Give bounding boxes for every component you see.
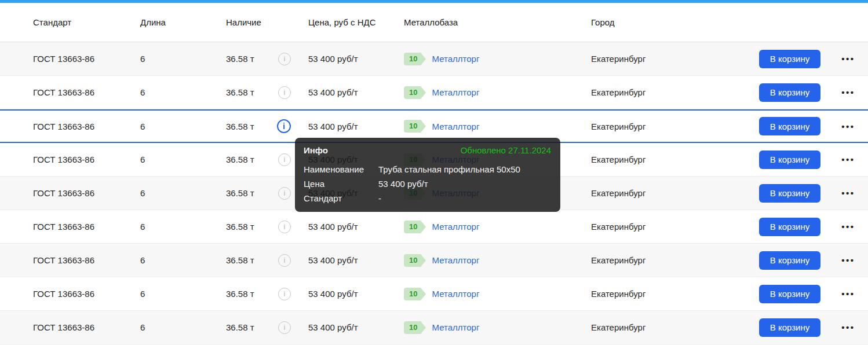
price-cell: 53 400 руб/т bbox=[308, 222, 404, 232]
standard-cell: ГОСТ 13663-86 bbox=[33, 322, 140, 332]
info-icon[interactable]: i bbox=[278, 254, 291, 267]
vendor-cell: 10 Металлторг bbox=[404, 254, 591, 267]
vendor-link[interactable]: Металлторг bbox=[432, 255, 479, 265]
add-to-cart-button[interactable]: В корзину bbox=[759, 218, 820, 236]
table-row: ГОСТ 13663-86 6 36.58 т i 53 400 руб/т 1… bbox=[0, 244, 868, 277]
add-to-cart-button[interactable]: В корзину bbox=[759, 151, 820, 169]
stock-cell: 36.58 т i bbox=[226, 53, 308, 65]
more-options-button[interactable]: ••• bbox=[840, 322, 855, 332]
vendor-link[interactable]: Металлторг bbox=[432, 322, 479, 332]
stock-cell: 36.58 т i bbox=[226, 119, 308, 133]
length-cell: 6 bbox=[140, 188, 226, 198]
add-to-cart-button[interactable]: В корзину bbox=[759, 184, 820, 203]
tooltip-header: Инфо Обновлено 27.11.2024 bbox=[304, 145, 551, 155]
city-cell: Екатеринбург bbox=[591, 255, 759, 265]
tooltip-field-value: - bbox=[378, 193, 551, 203]
stock-value: 36.58 т bbox=[226, 322, 254, 332]
add-to-cart-button[interactable]: В корзину bbox=[759, 318, 820, 337]
info-icon[interactable]: i bbox=[278, 221, 291, 233]
more-options-button[interactable]: ••• bbox=[840, 188, 855, 198]
vendor-link[interactable]: Металлторг bbox=[432, 222, 479, 232]
vendor-badge: 10 bbox=[404, 288, 421, 300]
more-options-button[interactable]: ••• bbox=[840, 122, 855, 131]
add-to-cart-button[interactable]: В корзину bbox=[759, 117, 820, 135]
table-row: ГОСТ 13663-86 6 36.58 т i 53 400 руб/т 1… bbox=[0, 277, 868, 311]
length-cell: 6 bbox=[140, 54, 226, 64]
vendor-cell: 10 Металлторг bbox=[404, 120, 591, 133]
city-cell: Екатеринбург bbox=[591, 322, 759, 332]
stock-value: 36.58 т bbox=[226, 289, 254, 299]
more-options-button[interactable]: ••• bbox=[840, 87, 855, 97]
vendor-badge: 10 bbox=[404, 321, 421, 334]
vendor-link[interactable]: Металлторг bbox=[432, 122, 479, 131]
city-cell: Екатеринбург bbox=[591, 87, 759, 97]
stock-cell: 36.58 т i bbox=[226, 321, 308, 334]
info-icon[interactable]: i bbox=[278, 86, 291, 99]
tooltip-title: Инфо bbox=[304, 145, 328, 155]
tooltip-field-value: Труба стальная профильная 50x50 bbox=[378, 164, 551, 174]
column-header-stock: Наличие bbox=[226, 17, 308, 27]
column-header-price: Цена, руб с НДС bbox=[308, 17, 404, 27]
city-cell: Екатеринбург bbox=[591, 222, 759, 232]
length-cell: 6 bbox=[140, 255, 226, 265]
add-to-cart-button[interactable]: В корзину bbox=[759, 50, 820, 68]
table-header-row: Стандарт Длина Наличие Цена, руб с НДС М… bbox=[0, 3, 868, 42]
vendor-link[interactable]: Металлторг bbox=[432, 87, 479, 97]
vendor-link[interactable]: Металлторг bbox=[432, 289, 479, 299]
price-cell: 53 400 руб/т bbox=[308, 289, 404, 299]
info-icon[interactable]: i bbox=[278, 53, 291, 65]
info-icon[interactable]: i bbox=[277, 119, 291, 133]
price-cell: 53 400 руб/т bbox=[308, 255, 404, 265]
tooltip-field-row: Цена 53 400 руб/т bbox=[304, 179, 551, 189]
column-header-city: Город bbox=[591, 17, 759, 27]
standard-cell: ГОСТ 13663-86 bbox=[33, 222, 140, 232]
stock-cell: 36.58 т i bbox=[226, 86, 308, 99]
tooltip-field-label: Стандарт bbox=[304, 193, 378, 203]
more-options-button[interactable]: ••• bbox=[840, 54, 855, 64]
stock-value: 36.58 т bbox=[226, 155, 254, 164]
info-icon[interactable]: i bbox=[278, 321, 291, 334]
standard-cell: ГОСТ 13663-86 bbox=[33, 87, 140, 97]
vendor-badge: 10 bbox=[404, 86, 421, 99]
standard-cell: ГОСТ 13663-86 bbox=[33, 188, 140, 198]
tooltip-updated-date: Обновлено 27.11.2024 bbox=[461, 145, 551, 155]
column-header-vendor: Металлобаза bbox=[404, 17, 591, 27]
add-to-cart-button[interactable]: В корзину bbox=[759, 285, 820, 303]
length-cell: 6 bbox=[140, 87, 226, 97]
more-options-button[interactable]: ••• bbox=[840, 222, 855, 232]
price-cell: 53 400 руб/т bbox=[308, 54, 404, 64]
length-cell: 6 bbox=[140, 155, 226, 164]
more-options-button[interactable]: ••• bbox=[840, 255, 855, 265]
info-icon[interactable]: i bbox=[278, 288, 291, 300]
stock-value: 36.58 т bbox=[226, 255, 254, 265]
price-cell: 53 400 руб/т bbox=[308, 87, 404, 97]
city-cell: Екатеринбург bbox=[591, 122, 759, 131]
more-options-button[interactable]: ••• bbox=[840, 155, 855, 164]
table-row: ГОСТ 13663-86 6 36.58 т i 53 400 руб/т 1… bbox=[0, 210, 868, 244]
add-to-cart-button[interactable]: В корзину bbox=[759, 83, 820, 102]
standard-cell: ГОСТ 13663-86 bbox=[33, 155, 140, 164]
stock-value: 36.58 т bbox=[226, 54, 254, 64]
tooltip-field-value: 53 400 руб/т bbox=[378, 179, 551, 189]
vendor-link[interactable]: Металлторг bbox=[432, 54, 479, 64]
standard-cell: ГОСТ 13663-86 bbox=[33, 122, 140, 131]
tooltip-field-row: Наименование Труба стальная профильная 5… bbox=[304, 164, 551, 174]
stock-cell: 36.58 т i bbox=[226, 254, 308, 267]
add-to-cart-button[interactable]: В корзину bbox=[759, 251, 820, 270]
column-header-length: Длина bbox=[140, 17, 226, 27]
info-icon[interactable]: i bbox=[278, 187, 291, 200]
length-cell: 6 bbox=[140, 222, 226, 232]
table-row: ГОСТ 13663-86 6 36.58 т i 53 400 руб/т 1… bbox=[0, 42, 868, 76]
vendor-cell: 10 Металлторг bbox=[404, 221, 591, 233]
table-row: ГОСТ 13663-86 6 36.58 т i 53 400 руб/т 1… bbox=[0, 311, 868, 344]
stock-cell: 36.58 т i bbox=[226, 288, 308, 300]
standard-cell: ГОСТ 13663-86 bbox=[33, 255, 140, 265]
vendor-badge: 10 bbox=[404, 53, 421, 65]
more-options-button[interactable]: ••• bbox=[840, 289, 855, 299]
vendor-badge: 10 bbox=[404, 120, 421, 133]
stock-cell: 36.58 т i bbox=[226, 221, 308, 233]
vendor-cell: 10 Металлторг bbox=[404, 288, 591, 300]
info-icon[interactable]: i bbox=[278, 153, 291, 166]
tooltip-field-row: Стандарт - bbox=[304, 193, 551, 203]
table-row: ГОСТ 13663-86 6 36.58 т i 53 400 руб/т 1… bbox=[0, 76, 868, 109]
